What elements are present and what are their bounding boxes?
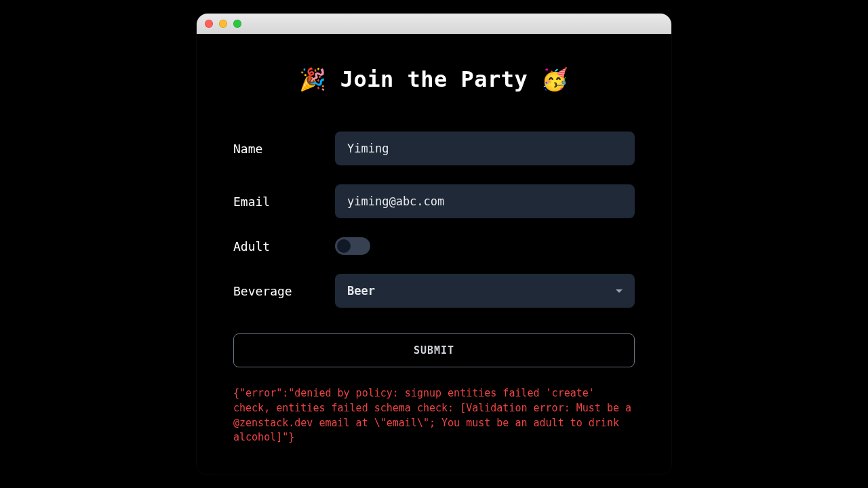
window-titlebar [197, 14, 671, 34]
beverage-value: Beer [347, 284, 375, 298]
maximize-icon[interactable] [233, 20, 241, 28]
name-label: Name [233, 142, 335, 156]
email-label: Email [233, 195, 335, 209]
chevron-down-icon [616, 289, 623, 293]
name-row: Name [233, 131, 635, 165]
close-icon[interactable] [205, 20, 213, 28]
minimize-icon[interactable] [219, 20, 227, 28]
email-row: Email [233, 184, 635, 218]
beverage-label: Beverage [233, 284, 335, 298]
app-window: 🎉 Join the Party 🥳 Name Email Adult Be [197, 14, 671, 474]
name-input[interactable] [335, 131, 635, 165]
adult-label: Adult [233, 239, 335, 253]
beverage-row: Beverage Beer [233, 274, 635, 308]
beverage-select[interactable]: Beer [335, 274, 635, 308]
submit-button[interactable]: SUBMIT [233, 333, 635, 367]
toggle-knob-icon [337, 239, 351, 253]
adult-row: Adult [233, 237, 635, 255]
adult-toggle[interactable] [335, 237, 370, 255]
email-field[interactable] [335, 184, 635, 218]
error-message: {"error":"denied by policy: signup entit… [233, 386, 635, 445]
page-title: 🎉 Join the Party 🥳 [233, 66, 635, 92]
